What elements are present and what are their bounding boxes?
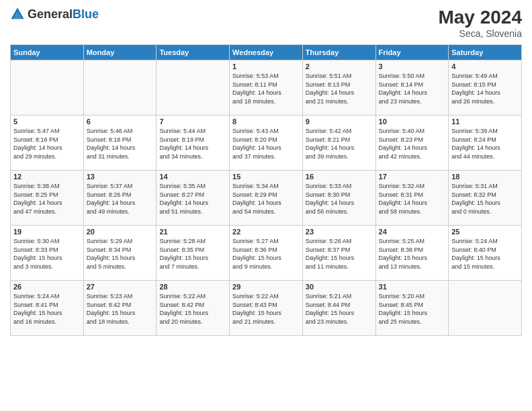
logo: GeneralBlue (10, 7, 99, 21)
calendar-cell: 2Sunrise: 5:51 AMSunset: 8:13 PMDaylight… (302, 60, 375, 116)
calendar-cell: 1Sunrise: 5:53 AMSunset: 8:11 PMDaylight… (230, 60, 303, 116)
calendar-week-1: 1Sunrise: 5:53 AMSunset: 8:11 PMDaylight… (11, 60, 522, 116)
day-info: Sunrise: 5:29 AMSunset: 8:34 PMDaylight:… (87, 237, 154, 271)
calendar-cell (83, 60, 157, 116)
day-info: Sunrise: 5:22 AMSunset: 8:42 PMDaylight:… (159, 292, 226, 326)
day-info: Sunrise: 5:31 AMSunset: 8:32 PMDaylight:… (451, 182, 519, 216)
day-number: 31 (379, 283, 446, 291)
day-info: Sunrise: 5:53 AMSunset: 8:11 PMDaylight:… (232, 72, 300, 105)
calendar-cell: 13Sunrise: 5:37 AMSunset: 8:26 PMDayligh… (83, 171, 157, 226)
day-number: 20 (87, 228, 154, 236)
calendar-cell: 5Sunrise: 5:47 AMSunset: 8:16 PMDaylight… (11, 116, 84, 171)
day-info: Sunrise: 5:46 AMSunset: 8:18 PMDaylight:… (87, 127, 154, 161)
calendar-cell: 3Sunrise: 5:50 AMSunset: 8:14 PMDaylight… (375, 60, 449, 116)
calendar-cell: 29Sunrise: 5:22 AMSunset: 8:43 PMDayligh… (230, 281, 303, 336)
day-number: 1 (232, 62, 300, 71)
calendar-cell: 22Sunrise: 5:27 AMSunset: 8:36 PMDayligh… (230, 226, 303, 281)
day-number: 5 (13, 118, 81, 126)
col-tuesday: Tuesday (157, 45, 230, 60)
day-info: Sunrise: 5:30 AMSunset: 8:33 PMDaylight:… (13, 237, 81, 271)
day-info: Sunrise: 5:50 AMSunset: 8:14 PMDaylight:… (379, 72, 446, 105)
day-number: 30 (306, 283, 373, 291)
day-number: 14 (159, 173, 226, 181)
calendar-cell (11, 60, 84, 116)
calendar-week-2: 5Sunrise: 5:47 AMSunset: 8:16 PMDaylight… (11, 116, 522, 171)
day-number: 11 (451, 118, 519, 126)
calendar-cell: 7Sunrise: 5:44 AMSunset: 8:19 PMDaylight… (157, 116, 230, 171)
calendar-cell (157, 60, 230, 116)
calendar-cell: 6Sunrise: 5:46 AMSunset: 8:18 PMDaylight… (83, 116, 157, 171)
day-info: Sunrise: 5:25 AMSunset: 8:38 PMDaylight:… (379, 237, 446, 271)
day-number: 19 (13, 228, 81, 236)
calendar-week-3: 12Sunrise: 5:38 AMSunset: 8:25 PMDayligh… (11, 171, 522, 226)
day-info: Sunrise: 5:42 AMSunset: 8:21 PMDaylight:… (306, 127, 373, 161)
day-info: Sunrise: 5:40 AMSunset: 8:23 PMDaylight:… (379, 127, 446, 161)
day-info: Sunrise: 5:28 AMSunset: 8:35 PMDaylight:… (159, 237, 226, 271)
day-info: Sunrise: 5:44 AMSunset: 8:19 PMDaylight:… (159, 127, 226, 161)
day-info: Sunrise: 5:38 AMSunset: 8:25 PMDaylight:… (13, 182, 81, 216)
calendar-cell: 19Sunrise: 5:30 AMSunset: 8:33 PMDayligh… (11, 226, 84, 281)
day-number: 24 (379, 228, 446, 236)
day-number: 13 (87, 173, 154, 181)
calendar-page: GeneralBlue May 2024 Seca, Slovenia Sund… (0, 0, 532, 411)
day-info: Sunrise: 5:32 AMSunset: 8:31 PMDaylight:… (379, 182, 446, 216)
calendar-cell: 14Sunrise: 5:35 AMSunset: 8:27 PMDayligh… (157, 171, 230, 226)
col-monday: Monday (83, 45, 157, 60)
calendar-cell: 4Sunrise: 5:49 AMSunset: 8:15 PMDaylight… (449, 60, 522, 116)
calendar-cell: 21Sunrise: 5:28 AMSunset: 8:35 PMDayligh… (157, 226, 230, 281)
day-number: 21 (159, 228, 226, 236)
calendar-cell: 20Sunrise: 5:29 AMSunset: 8:34 PMDayligh… (83, 226, 157, 281)
calendar-body: 1Sunrise: 5:53 AMSunset: 8:11 PMDaylight… (11, 60, 522, 336)
day-number: 26 (13, 283, 81, 291)
day-info: Sunrise: 5:20 AMSunset: 8:45 PMDaylight:… (379, 292, 446, 326)
day-number: 3 (379, 62, 446, 71)
day-number: 18 (451, 173, 519, 181)
day-info: Sunrise: 5:26 AMSunset: 8:37 PMDaylight:… (306, 237, 373, 271)
day-number: 9 (306, 118, 373, 126)
calendar-cell: 27Sunrise: 5:23 AMSunset: 8:42 PMDayligh… (83, 281, 157, 336)
day-number: 8 (232, 118, 300, 126)
day-number: 25 (451, 228, 519, 236)
col-sunday: Sunday (11, 45, 84, 60)
col-friday: Friday (375, 45, 449, 60)
calendar-week-5: 26Sunrise: 5:24 AMSunset: 8:41 PMDayligh… (11, 281, 522, 336)
day-info: Sunrise: 5:47 AMSunset: 8:16 PMDaylight:… (13, 127, 81, 161)
day-info: Sunrise: 5:21 AMSunset: 8:44 PMDaylight:… (306, 292, 373, 326)
calendar-cell: 8Sunrise: 5:43 AMSunset: 8:20 PMDaylight… (230, 116, 303, 171)
location: Seca, Slovenia (438, 28, 522, 39)
day-number: 23 (306, 228, 373, 236)
page-header: GeneralBlue May 2024 Seca, Slovenia (10, 7, 522, 39)
day-number: 15 (232, 173, 300, 181)
day-number: 4 (451, 62, 519, 71)
day-number: 16 (306, 173, 373, 181)
day-info: Sunrise: 5:34 AMSunset: 8:29 PMDaylight:… (232, 182, 300, 216)
day-number: 17 (379, 173, 446, 181)
calendar-cell (449, 281, 522, 336)
calendar-cell: 10Sunrise: 5:40 AMSunset: 8:23 PMDayligh… (375, 116, 449, 171)
col-wednesday: Wednesday (230, 45, 303, 60)
day-info: Sunrise: 5:39 AMSunset: 8:24 PMDaylight:… (451, 127, 519, 161)
header-row: Sunday Monday Tuesday Wednesday Thursday… (11, 45, 522, 60)
calendar-cell: 18Sunrise: 5:31 AMSunset: 8:32 PMDayligh… (449, 171, 522, 226)
day-info: Sunrise: 5:43 AMSunset: 8:20 PMDaylight:… (232, 127, 300, 161)
calendar-week-4: 19Sunrise: 5:30 AMSunset: 8:33 PMDayligh… (11, 226, 522, 281)
calendar-header: Sunday Monday Tuesday Wednesday Thursday… (11, 45, 522, 60)
col-saturday: Saturday (449, 45, 522, 60)
calendar-cell: 16Sunrise: 5:33 AMSunset: 8:30 PMDayligh… (302, 171, 375, 226)
calendar-cell: 31Sunrise: 5:20 AMSunset: 8:45 PMDayligh… (375, 281, 449, 336)
day-number: 2 (306, 62, 373, 71)
day-info: Sunrise: 5:35 AMSunset: 8:27 PMDaylight:… (159, 182, 226, 216)
day-info: Sunrise: 5:24 AMSunset: 8:41 PMDaylight:… (13, 292, 81, 326)
calendar-table: Sunday Monday Tuesday Wednesday Thursday… (10, 44, 522, 336)
day-info: Sunrise: 5:22 AMSunset: 8:43 PMDaylight:… (232, 292, 300, 326)
day-info: Sunrise: 5:27 AMSunset: 8:36 PMDaylight:… (232, 237, 300, 271)
day-number: 7 (159, 118, 226, 126)
day-number: 27 (87, 283, 154, 291)
day-number: 12 (13, 173, 81, 181)
day-number: 6 (87, 118, 154, 126)
calendar-cell: 26Sunrise: 5:24 AMSunset: 8:41 PMDayligh… (11, 281, 84, 336)
calendar-cell: 11Sunrise: 5:39 AMSunset: 8:24 PMDayligh… (449, 116, 522, 171)
day-number: 22 (232, 228, 300, 236)
calendar-cell: 9Sunrise: 5:42 AMSunset: 8:21 PMDaylight… (302, 116, 375, 171)
day-info: Sunrise: 5:33 AMSunset: 8:30 PMDaylight:… (306, 182, 373, 216)
